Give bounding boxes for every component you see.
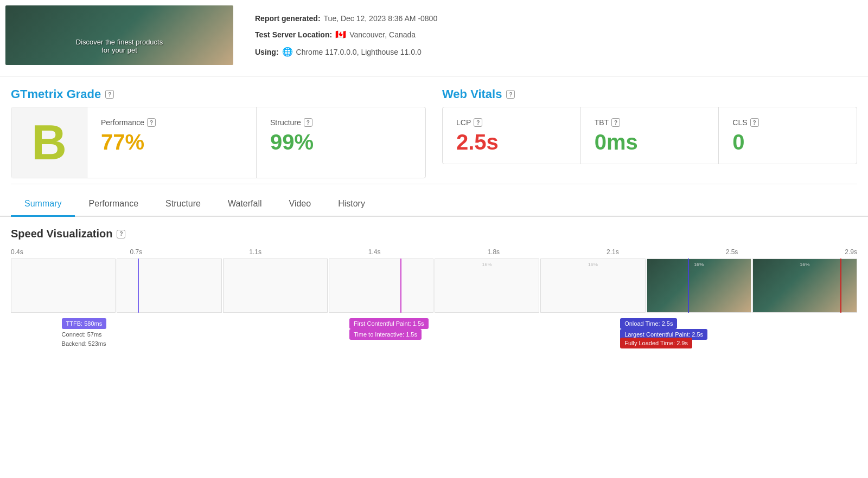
- website-screenshot: Discover the finest products for your pe…: [5, 5, 233, 65]
- cls-label: CLS ?: [732, 118, 843, 127]
- performance-help-icon[interactable]: ?: [147, 118, 156, 127]
- tabs-list: Summary Performance Structure Waterfall …: [11, 192, 857, 216]
- tab-history[interactable]: History: [324, 192, 379, 217]
- lcp-label: LCP ?: [456, 118, 567, 127]
- server-location-label: Test Server Location:: [255, 27, 332, 42]
- canada-flag-icon: 🇨🇦: [335, 26, 346, 43]
- web-vitals-card: LCP ? 2.5s TBT ? 0ms CLS ? 0: [442, 107, 857, 164]
- tbt-help-icon[interactable]: ?: [611, 118, 620, 127]
- report-generated-value: Tue, Dec 12, 2023 8:36 AM -0800: [324, 11, 438, 26]
- gtmetrix-grade-card: B Performance ? 77% Structure ? 99%: [11, 107, 426, 178]
- structure-value: 99%: [270, 131, 412, 153]
- report-generated-row: Report generated: Tue, Dec 12, 2023 8:36…: [255, 11, 437, 26]
- frame-5: 16%: [540, 259, 645, 313]
- time-label-2: 1.1s: [249, 248, 261, 256]
- frame-1: [117, 259, 221, 313]
- grade-letter-box: B: [11, 107, 87, 178]
- timeline-labels: 0.4s 0.7s 1.1s 1.4s 1.8s 2.1s 2.5s 2.9s: [11, 248, 857, 256]
- web-vitals-help-icon[interactable]: ?: [506, 90, 515, 99]
- using-label: Using:: [255, 44, 279, 60]
- grade-letter: B: [31, 118, 67, 167]
- using-row: Using: 🌐 Chrome 117.0.0.0, Lighthouse 11…: [255, 43, 437, 61]
- lcp-metric: LCP ? 2.5s: [443, 107, 581, 164]
- flt-line: [840, 259, 841, 313]
- frame-0: [11, 259, 116, 313]
- ttfb-line: [138, 259, 139, 313]
- frame-6: 16%: [647, 259, 751, 313]
- tbt-value: 0ms: [595, 131, 705, 153]
- time-label-0: 0.4s: [11, 248, 23, 256]
- ttfb-group: TTFB: 580ms Redirect: 0ms Connect: 57ms …: [62, 318, 106, 349]
- timeline-container: 0.4s 0.7s 1.1s 1.4s 1.8s 2.1s 2.5s 2.9s …: [11, 248, 857, 389]
- time-label-4: 1.8s: [487, 248, 500, 256]
- tab-video[interactable]: Video: [276, 192, 325, 217]
- performance-label: Performance ?: [101, 118, 242, 127]
- tab-waterfall[interactable]: Waterfall: [214, 192, 276, 217]
- structure-label: Structure ?: [270, 118, 412, 127]
- time-label-7: 2.9s: [845, 248, 857, 256]
- tti-badge: Time to Interactive: 1.5s: [349, 329, 422, 340]
- server-location-value: Vancouver, Canada: [349, 27, 416, 42]
- markers-area: TTFB: 580ms Redirect: 0ms Connect: 57ms …: [11, 318, 857, 389]
- onload-line: [688, 259, 689, 313]
- cls-metric: CLS ? 0: [719, 107, 857, 164]
- performance-value: 77%: [101, 131, 242, 153]
- tbt-metric: TBT ? 0ms: [581, 107, 719, 164]
- web-vitals-title: Web Vitals ?: [442, 87, 857, 101]
- content-section: Speed Visualization ? 0.4s 0.7s 1.1s 1.4…: [0, 217, 868, 399]
- onload-badge: Onload Time: 2.5s: [620, 318, 677, 329]
- frame-4: 16%: [435, 259, 539, 313]
- frame-3: [329, 259, 433, 313]
- time-label-1: 0.7s: [130, 248, 143, 256]
- time-label-6: 2.5s: [726, 248, 738, 256]
- fcp-badge: First Contentful Paint: 1.5s: [349, 318, 429, 329]
- performance-metric: Performance ? 77%: [87, 107, 257, 178]
- chrome-icon: 🌐: [282, 43, 293, 61]
- time-label-5: 2.1s: [607, 248, 619, 256]
- fcp-line: [400, 259, 401, 313]
- web-vitals-block: Web Vitals ? LCP ? 2.5s TBT ? 0ms CLS: [442, 87, 857, 178]
- gtmetrix-grade-title: GTmetrix Grade ?: [11, 87, 426, 101]
- speed-viz-help-icon[interactable]: ?: [117, 230, 125, 238]
- tab-summary[interactable]: Summary: [11, 192, 75, 217]
- frame-2: [223, 259, 328, 313]
- report-info: Report generated: Tue, Dec 12, 2023 8:36…: [255, 5, 437, 61]
- top-section: Discover the finest products for your pe…: [0, 0, 868, 76]
- cls-value: 0: [732, 131, 843, 153]
- flt-badge: Fully Loaded Time: 2.9s: [620, 338, 692, 348]
- screenshot-overlay-text: Discover the finest products for your pe…: [76, 38, 163, 54]
- gtmetrix-help-icon[interactable]: ?: [105, 90, 114, 99]
- structure-metric: Structure ? 99%: [257, 107, 425, 178]
- lcp-help-icon[interactable]: ?: [474, 118, 482, 127]
- speed-viz-title: Speed Visualization ?: [11, 228, 857, 240]
- tbt-label: TBT ?: [595, 118, 705, 127]
- server-location-row: Test Server Location: 🇨🇦 Vancouver, Cana…: [255, 26, 437, 43]
- frame-7: 16%: [752, 259, 857, 313]
- tabs-section: Summary Performance Structure Waterfall …: [0, 187, 868, 217]
- ttfb-badge: TTFB: 580ms: [62, 318, 107, 329]
- structure-help-icon[interactable]: ?: [304, 118, 312, 127]
- report-generated-label: Report generated:: [255, 11, 321, 26]
- tab-performance[interactable]: Performance: [75, 192, 152, 217]
- time-label-3: 1.4s: [368, 248, 381, 256]
- lcp-value: 2.5s: [456, 131, 567, 153]
- grade-metrics: Performance ? 77% Structure ? 99%: [87, 107, 425, 178]
- gtmetrix-grade-block: GTmetrix Grade ? B Performance ? 77% Str…: [11, 87, 426, 178]
- cls-help-icon[interactable]: ?: [750, 118, 759, 127]
- tab-structure[interactable]: Structure: [152, 192, 214, 217]
- grades-section: GTmetrix Grade ? B Performance ? 77% Str…: [0, 76, 868, 184]
- using-value: Chrome 117.0.0.0, Lighthouse 11.0.0: [296, 44, 422, 60]
